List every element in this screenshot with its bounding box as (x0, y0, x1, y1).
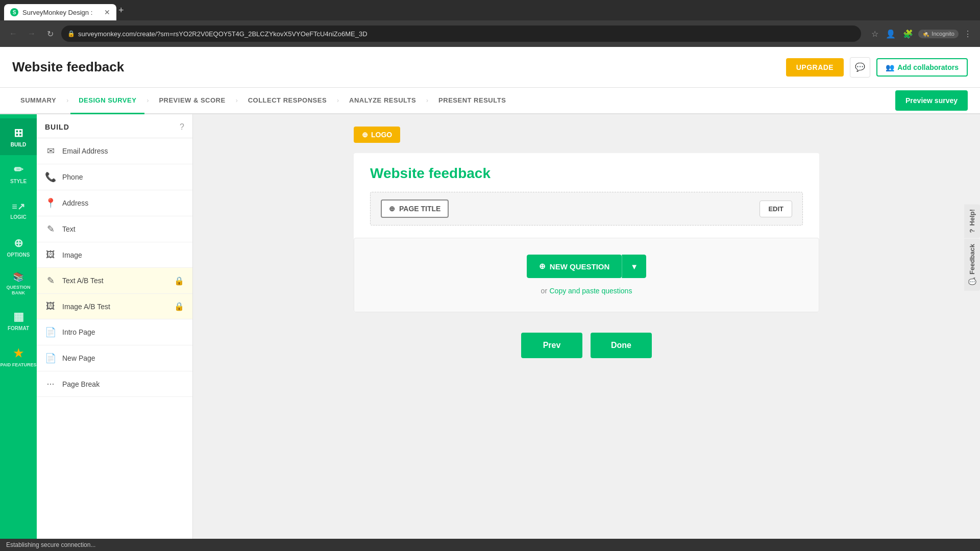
build-item-image[interactable]: 🖼 Image (37, 242, 192, 268)
new-tab-button[interactable]: + (118, 5, 124, 16)
done-button[interactable]: Done (591, 333, 652, 358)
browser-nav: ← → ↻ 🔒 surveymonkey.com/create/?sm=rsYO… (0, 20, 980, 47)
edit-button[interactable]: EDIT (760, 201, 792, 217)
build-item-intro-page[interactable]: 📄 Intro Page (37, 319, 192, 345)
new-question-dropdown-button[interactable]: ▼ (622, 255, 646, 278)
active-browser-tab[interactable]: S SurveyMonkey Design : ✕ (4, 4, 116, 20)
tool-nav-logic[interactable]: ≡↗ Logic (0, 192, 37, 229)
tool-nav-build[interactable]: ⊞ Build (0, 118, 37, 155)
phone-icon: 📞 (45, 171, 56, 183)
tab-preview-score[interactable]: PREVIEW & SCORE (151, 88, 233, 114)
feedback-tab-button[interactable]: 💬 Feedback (964, 239, 980, 291)
build-item-image-ab-label: Image A/B Test (62, 303, 168, 311)
paid-icon: ★ (13, 347, 23, 360)
logic-icon: ≡↗ (12, 201, 25, 212)
upgrade-button[interactable]: UPGRADE (786, 58, 844, 77)
copy-paste-link[interactable]: Copy and paste questions (550, 287, 632, 295)
status-bar: Establishing secure connection... (0, 539, 980, 551)
or-copy-paste-row: or Copy and paste questions (541, 286, 632, 295)
back-button[interactable]: ← (6, 27, 20, 41)
app-header: Website feedback UPGRADE 💬 👥 Add collabo… (0, 47, 980, 88)
incognito-icon: 🕵 (922, 31, 929, 37)
tool-nav-question-bank[interactable]: 📚 Question Bank (0, 265, 37, 302)
logo-plus-icon: ⊕ (362, 131, 368, 139)
build-item-email[interactable]: ✉ Email Address (37, 138, 192, 164)
build-item-phone-label: Phone (62, 173, 184, 181)
incognito-badge: 🕵 Incognito (918, 30, 959, 38)
question-bank-icon: 📚 (13, 271, 24, 283)
url-text: surveymonkey.com/create/?sm=rsYO2R2V0EQO… (78, 30, 368, 38)
image-icon: 🖼 (45, 249, 56, 260)
survey-title: Website feedback (12, 59, 778, 75)
help-tab-button[interactable]: ? Help! (964, 204, 980, 238)
comment-button[interactable]: 💬 (850, 57, 870, 78)
text-icon: ✎ (45, 223, 56, 235)
format-icon: ▦ (13, 310, 24, 323)
bookmark-button[interactable]: ☆ (869, 27, 880, 41)
page-title-bar[interactable]: ⊕ PAGE TITLE EDIT (370, 192, 803, 226)
build-panel-header: BUILD ? (37, 114, 192, 138)
tab-present-results[interactable]: PRESENT RESULTS (430, 88, 514, 114)
tool-nav-options[interactable]: ⊕ Options (0, 229, 37, 265)
address-icon: 📍 (45, 197, 56, 209)
build-panel-title: BUILD (45, 123, 69, 131)
nav-arrow-3: › (236, 97, 238, 104)
page-title-add-button[interactable]: ⊕ PAGE TITLE (381, 199, 449, 218)
options-icon: ⊕ (14, 237, 23, 250)
reload-button[interactable]: ↻ (43, 27, 57, 41)
logo-label: LOGO (371, 131, 392, 139)
logo-bar[interactable]: ⊕ LOGO (354, 127, 400, 143)
build-help-icon[interactable]: ? (180, 122, 184, 132)
incognito-label: Incognito (932, 31, 954, 37)
build-item-text-ab[interactable]: ✎ Text A/B Test 🔒 (37, 268, 192, 294)
tool-nav-format-label: Format (8, 325, 29, 331)
tool-nav: ⊞ Build ✏ Style ≡↗ Logic ⊕ Options 📚 Que… (0, 114, 37, 551)
text-ab-icon: ✎ (45, 275, 56, 286)
new-question-button[interactable]: ⊕ NEW QUESTION (527, 255, 622, 278)
tool-nav-style[interactable]: ✏ Style (0, 155, 37, 192)
tool-nav-paid-label: Paid Features (0, 362, 36, 368)
image-ab-lock-icon: 🔒 (174, 302, 184, 311)
intro-page-icon: 📄 (45, 327, 56, 338)
prev-button[interactable]: Prev (521, 333, 582, 358)
header-actions: UPGRADE 💬 👥 Add collaborators (786, 57, 968, 78)
tool-nav-format[interactable]: ▦ Format (0, 302, 37, 339)
lock-icon: 🔒 (67, 30, 75, 37)
tool-nav-build-label: Build (11, 142, 27, 147)
build-item-new-page-label: New Page (62, 354, 184, 362)
build-items-list: ✉ Email Address 📞 Phone 📍 Address ✎ Text… (37, 138, 192, 551)
forward-button[interactable]: → (24, 27, 39, 41)
tool-nav-question-bank-label: Question Bank (0, 285, 37, 296)
tab-close-button[interactable]: ✕ (104, 8, 110, 16)
browser-tabs: S SurveyMonkey Design : ✕ + (0, 0, 980, 20)
preview-survey-button[interactable]: Preview survey (895, 90, 968, 111)
tab-collect-responses[interactable]: COLLECT RESPONSES (240, 88, 335, 114)
browser-chrome: S SurveyMonkey Design : ✕ + ← → ↻ 🔒 surv… (0, 0, 980, 47)
extensions-button[interactable]: 🧩 (901, 27, 915, 41)
tool-nav-options-label: Options (7, 252, 30, 258)
page-title-label: PAGE TITLE (399, 205, 440, 213)
nav-arrow-1: › (66, 97, 68, 104)
build-item-new-page[interactable]: 📄 New Page (37, 345, 192, 371)
style-icon: ✏ (14, 163, 23, 177)
tool-nav-paid[interactable]: ★ Paid Features (0, 339, 37, 375)
tab-collect-label: COLLECT RESPONSES (248, 96, 327, 104)
new-question-row: ⊕ NEW QUESTION ▼ (527, 255, 646, 278)
build-item-text[interactable]: ✎ Text (37, 216, 192, 242)
tab-analyze-results[interactable]: ANALYZE RESULTS (341, 88, 424, 114)
nav-arrow-5: › (426, 97, 428, 104)
add-collaborators-button[interactable]: 👥 Add collaborators (876, 58, 968, 77)
build-item-page-break[interactable]: ··· Page Break (37, 371, 192, 397)
tab-summary[interactable]: SUMMARY (12, 88, 64, 114)
image-ab-icon: 🖼 (45, 301, 56, 312)
build-item-address[interactable]: 📍 Address (37, 190, 192, 216)
address-bar[interactable]: 🔒 surveymonkey.com/create/?sm=rsYO2R2V0E… (61, 26, 861, 42)
tab-design-survey[interactable]: DESIGN SURVEY (70, 88, 144, 114)
build-item-phone[interactable]: 📞 Phone (37, 164, 192, 190)
main-layout: ⊞ Build ✏ Style ≡↗ Logic ⊕ Options 📚 Que… (0, 114, 980, 551)
build-icon: ⊞ (14, 127, 23, 140)
profile-button[interactable]: 👤 (884, 27, 898, 41)
right-tabs: ? Help! 💬 Feedback (964, 204, 980, 292)
build-item-image-ab[interactable]: 🖼 Image A/B Test 🔒 (37, 294, 192, 319)
menu-button[interactable]: ⋮ (962, 27, 974, 41)
